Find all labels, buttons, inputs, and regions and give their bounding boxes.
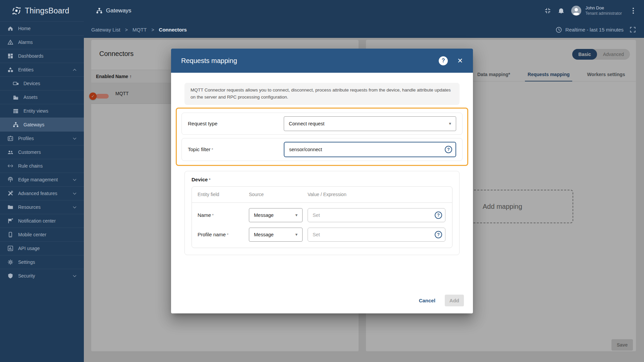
entities-icon (7, 67, 13, 73)
entity-views-icon (13, 108, 19, 114)
sidebar-item-alarms[interactable]: Alarms (0, 35, 84, 49)
user-icon (571, 6, 581, 16)
avatar[interactable] (571, 6, 581, 16)
notification-center-icon (7, 218, 13, 224)
sidebar-item-settings[interactable]: Settings (0, 255, 84, 269)
profiles-icon (7, 135, 13, 141)
device-table-header: Entity field Source Value / Expression (192, 187, 452, 203)
breadcrumb-mqtt[interactable]: MQTT (132, 27, 147, 33)
brand-name: ThingsBoard (25, 6, 69, 15)
fullscreen-icon (630, 26, 636, 33)
sidebar-item-profiles[interactable]: Profiles (0, 131, 84, 145)
dock-toggle-button[interactable] (541, 4, 554, 17)
sidebar-item-gateways[interactable]: Gateways (0, 118, 84, 131)
device-row-name: Name* Message ▾ ? (192, 208, 452, 222)
api-usage-icon (7, 245, 13, 251)
topic-filter-field: Topic filter* ? (181, 138, 463, 161)
help-icon[interactable]: ? (439, 56, 448, 65)
topbar: Gateways John Doe Tenant administrator (84, 0, 644, 21)
topic-filter-label: Topic filter* (188, 146, 284, 152)
mobile-center-icon (7, 232, 13, 238)
rule-chains-icon (7, 163, 13, 169)
chevron-down-icon (73, 178, 76, 181)
gateways-title-icon (96, 7, 103, 14)
sidebar-item-entity-views[interactable]: Entity views (0, 104, 84, 118)
sidebar-item-resources[interactable]: Resources (0, 200, 84, 214)
brand-logo[interactable]: ThingsBoard (0, 0, 84, 21)
sidebar-item-api-usage[interactable]: API usage (0, 241, 84, 255)
fullscreen-button[interactable] (630, 26, 636, 33)
dialog-footer: Cancel Add (171, 292, 473, 313)
sidebar-item-rule-chains[interactable]: Rule chains (0, 159, 84, 173)
device-section: Device* Entity field Source Value / Expr… (184, 171, 460, 255)
highlighted-fields-group: Request type Connect request ▾ Topic fil… (176, 108, 468, 166)
column-value-expression: Value / Expression (308, 192, 452, 197)
requests-mapping-dialog: Requests mapping ? ✕ MQTT Connector requ… (171, 49, 473, 313)
profile-name-value-input[interactable] (308, 228, 445, 242)
sidebar-item-security[interactable]: Security (0, 269, 84, 283)
chevron-down-icon (73, 205, 76, 208)
timewindow-button[interactable]: Realtime - last 15 minutes (555, 26, 624, 33)
profile-name-source-select[interactable]: Message ▾ (249, 228, 303, 242)
dock-icon (544, 7, 551, 14)
field-name-label: Name* (198, 212, 249, 218)
alarm-icon (7, 39, 13, 45)
edge-management-icon (7, 177, 13, 183)
home-icon (7, 25, 13, 32)
sidebar-item-advanced-features[interactable]: Advanced features (0, 186, 84, 200)
gateways-icon (13, 122, 19, 128)
sidebar-item-edge-management[interactable]: Edge management (0, 173, 84, 186)
topic-filter-input[interactable] (284, 142, 456, 157)
chevron-down-icon (73, 274, 76, 277)
sidebar-item-mobile-center[interactable]: Mobile center (0, 228, 84, 241)
user-name: John Doe (585, 5, 622, 11)
breadcrumb-separator: > (151, 27, 154, 33)
name-help-icon[interactable]: ? (435, 212, 442, 219)
chevron-down-icon (73, 136, 76, 140)
sidebar-item-assets[interactable]: Assets (0, 90, 84, 104)
sidebar-item-notification-center[interactable]: Notification center (0, 214, 84, 228)
notifications-button[interactable] (554, 4, 568, 17)
chevron-down-icon: ▾ (449, 121, 451, 126)
close-icon[interactable]: ✕ (457, 57, 463, 64)
thingsboard-logo-icon (11, 6, 21, 16)
info-hint: MQTT Connector requests allows you to co… (184, 83, 460, 105)
settings-icon (7, 259, 13, 265)
breadcrumb-gateway-list[interactable]: Gateway List (91, 27, 120, 33)
cancel-button[interactable]: Cancel (417, 295, 437, 306)
dashboards-icon (7, 53, 13, 59)
advanced-features-icon (7, 190, 13, 196)
more-menu-button[interactable] (631, 6, 636, 16)
sidebar-item-home[interactable]: Home (0, 21, 84, 35)
device-row-profile-name: Profile name* Message ▾ ? (192, 228, 452, 242)
sidebar-item-dashboards[interactable]: Dashboards (0, 49, 84, 63)
sidebar-item-devices[interactable]: Devices (0, 76, 84, 90)
chevron-down-icon: ▾ (295, 213, 298, 218)
column-entity-field: Entity field (198, 192, 249, 197)
name-value-input[interactable] (308, 208, 445, 222)
user-menu[interactable]: John Doe Tenant administrator (585, 5, 622, 16)
devices-icon (13, 80, 19, 86)
timewindow-label: Realtime - last 15 minutes (566, 27, 624, 33)
breadcrumb-separator: > (125, 27, 128, 33)
breadcrumb-connectors: Connectors (159, 27, 187, 33)
resources-icon (7, 204, 13, 210)
request-type-label: Request type (188, 121, 284, 126)
device-section-title: Device* (192, 177, 452, 182)
user-role: Tenant administrator (585, 11, 622, 16)
assets-icon (13, 94, 19, 100)
name-source-select[interactable]: Message ▾ (249, 208, 303, 222)
request-type-select[interactable]: Connect request ▾ (284, 116, 456, 131)
add-button[interactable]: Add (445, 295, 464, 306)
chevron-down-icon: ▾ (295, 232, 298, 237)
dialog-header: Requests mapping ? ✕ (171, 49, 473, 73)
customers-icon (7, 149, 13, 155)
page-title: Gateways (96, 7, 131, 14)
dialog-body: MQTT Connector requests allows you to co… (171, 73, 473, 292)
topic-filter-help-icon[interactable]: ? (445, 146, 452, 153)
profile-name-help-icon[interactable]: ? (435, 231, 442, 238)
sidebar-item-entities[interactable]: Entities (0, 63, 84, 76)
clock-icon (555, 26, 562, 33)
dialog-title: Requests mapping (181, 57, 237, 65)
sidebar-item-customers[interactable]: Customers (0, 145, 84, 159)
